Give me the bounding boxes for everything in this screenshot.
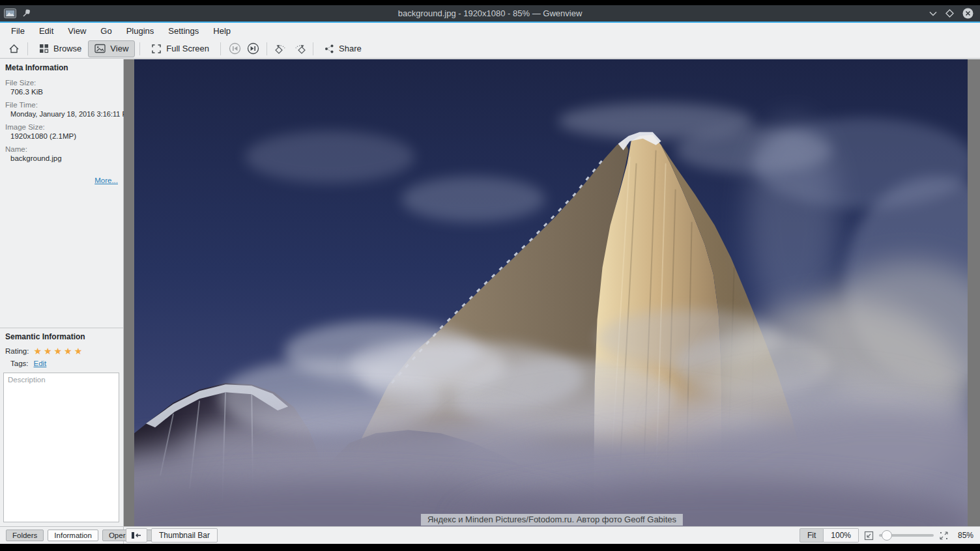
menu-edit[interactable]: Edit	[32, 24, 61, 38]
toolbar-separator	[267, 42, 267, 55]
name-label: Name:	[5, 145, 118, 153]
fullscreen-icon	[151, 44, 162, 54]
toolbar-separator	[220, 42, 221, 55]
menubar: File Edit View Go Plugins Settings Help	[0, 23, 980, 39]
titlebar[interactable]: background.jpg - 1920x1080 - 85% — Gwenv…	[0, 5, 980, 21]
zoom-percentage: 85%	[954, 531, 973, 540]
menu-settings[interactable]: Settings	[161, 24, 206, 38]
rating-stars[interactable]: ★★★★★	[33, 347, 84, 355]
collapse-sidebar-icon	[131, 531, 142, 539]
toolbar-separator	[313, 42, 313, 55]
view-image-icon	[94, 44, 106, 53]
image-view-area: Яндекс и Minden Pictures/Fotodom.ru. Авт…	[124, 59, 980, 526]
sidebar-section-divider	[0, 328, 123, 328]
main-toolbar: Browse View Full Screen	[0, 39, 980, 59]
meta-information-title: Meta Information	[5, 63, 118, 72]
share-button[interactable]: Share	[318, 40, 368, 57]
information-sidebar: Meta Information File Size: 706.3 KiB Fi…	[0, 59, 124, 526]
file-time-value: Monday, January 18, 2016 3:16:11 PM MSK	[10, 110, 118, 118]
zoom-slider-handle[interactable]	[882, 530, 892, 541]
rating-label: Rating:	[5, 347, 29, 355]
name-value: background.jpg	[10, 154, 118, 162]
minimize-icon[interactable]	[929, 10, 937, 17]
zoom-fit-button[interactable]: Fit	[800, 528, 824, 543]
view-button[interactable]: View	[88, 40, 135, 57]
file-time-label: File Time:	[5, 101, 118, 109]
maximize-icon[interactable]	[945, 9, 954, 18]
image-size-value: 1920x1080 (2.1MP)	[10, 132, 118, 140]
thumbnail-bar-button[interactable]: Thumbnail Bar	[151, 528, 218, 543]
toolbar-separator	[27, 42, 28, 55]
view-label: View	[110, 44, 128, 53]
collapse-sidebar-button[interactable]	[126, 528, 147, 543]
menu-plugins[interactable]: Plugins	[119, 24, 162, 38]
close-icon[interactable]	[962, 8, 973, 19]
previous-image-button[interactable]	[225, 40, 244, 57]
fit-label: Fit	[807, 531, 816, 540]
window-title: background.jpg - 1920x1080 - 85% — Gwenv…	[0, 5, 980, 21]
tags-edit-link[interactable]: Edit	[34, 360, 47, 367]
image-size-label: Image Size:	[5, 123, 118, 131]
browse-grid-icon	[39, 44, 49, 53]
toolbar-separator	[139, 42, 140, 55]
description-field[interactable]	[3, 373, 119, 522]
tab-information[interactable]: Information	[48, 530, 98, 541]
share-icon	[324, 44, 334, 54]
semantic-information-title: Semantic Information	[5, 332, 118, 341]
next-icon	[247, 42, 259, 55]
hundred-label: 100%	[831, 531, 851, 540]
browse-button[interactable]: Browse	[33, 40, 88, 57]
more-link[interactable]: More...	[94, 177, 118, 184]
menu-file[interactable]: File	[4, 24, 32, 38]
gwenview-window: background.jpg - 1920x1080 - 85% — Gwenv…	[0, 5, 980, 544]
image-attribution-caption: Яндекс и Minden Pictures/Fotodom.ru. Авт…	[421, 514, 683, 526]
previous-icon	[229, 42, 241, 55]
sidebar-tabs: Folders Information Operations	[0, 527, 124, 544]
zoom-actual-icon[interactable]	[939, 531, 949, 541]
menu-go[interactable]: Go	[93, 24, 119, 38]
home-icon	[8, 44, 20, 54]
home-button[interactable]	[5, 40, 23, 57]
rotate-left-button[interactable]	[272, 40, 290, 57]
rotate-right-icon	[293, 42, 306, 55]
mountain-photo	[134, 59, 968, 526]
file-size-value: 706.3 KiB	[10, 88, 118, 96]
zoom-100-button[interactable]: 100%	[824, 528, 859, 543]
sidebar-spacer	[5, 184, 118, 328]
share-label: Share	[339, 44, 362, 53]
rotate-left-icon	[275, 42, 287, 55]
file-size-label: File Size:	[5, 79, 118, 87]
fullscreen-button[interactable]: Full Screen	[145, 40, 216, 57]
zoom-slider[interactable]	[879, 530, 934, 541]
browse-label: Browse	[53, 44, 81, 53]
rotate-right-button[interactable]	[290, 40, 308, 57]
thumbnail-bar-label: Thumbnail Bar	[159, 531, 210, 540]
image-viewport[interactable]	[134, 59, 968, 526]
fullscreen-label: Full Screen	[166, 44, 209, 53]
tab-folders[interactable]: Folders	[6, 530, 44, 541]
menu-view[interactable]: View	[61, 24, 93, 38]
zoom-fit-icon[interactable]	[864, 531, 874, 541]
tags-label: Tags:	[10, 360, 29, 367]
statusbar: Folders Information Operations Thumbnail…	[0, 526, 980, 544]
next-image-button[interactable]	[244, 40, 262, 57]
menu-help[interactable]: Help	[206, 24, 238, 38]
